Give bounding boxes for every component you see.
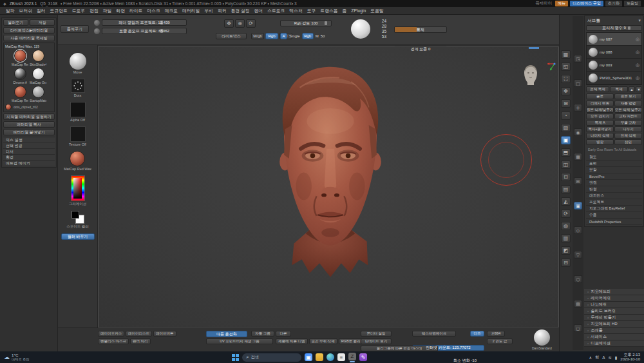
menu-item[interactable]: 브러쉬 — [17, 7, 34, 15]
mode-a-button[interactable]: A — [280, 33, 287, 39]
other-button[interactable]: 다른 — [276, 331, 291, 337]
subtool-sublist-item[interactable]: 점토 — [586, 154, 642, 161]
show-original-button[interactable]: 원본 보기 — [614, 93, 642, 99]
duplicate-all-button[interactable]: 전체 복제 — [586, 86, 609, 92]
layer-button[interactable]: 레이어리스트 — [126, 331, 152, 337]
stroke-selector[interactable]: Dots — [71, 79, 85, 97]
rail-icon[interactable]: ▽ — [574, 251, 582, 259]
material-swatch[interactable]: SkinShade4 — [30, 50, 46, 66]
layer-button[interactable]: 레이어포커스 — [98, 331, 124, 337]
subtool-sublist-item[interactable]: Redshift Properties — [586, 219, 642, 225]
visibility-eye-icon[interactable]: ◎ — [636, 37, 639, 42]
rail-icon[interactable]: ▦ — [574, 153, 582, 161]
subtool-sublist-item[interactable]: 래퍼런스 — [586, 193, 642, 199]
document-canvas[interactable] — [98, 46, 559, 328]
axis-gizmo-icon[interactable] — [544, 60, 557, 73]
visibility-eye-icon[interactable]: ◎ — [636, 63, 639, 68]
stroke-preview-sphere[interactable] — [351, 19, 370, 39]
shelf-icon[interactable]: ✥ — [561, 87, 571, 95]
collapsed-palette-row[interactable]: ◦ 지오메트리 HD — [584, 321, 644, 328]
shelf-icon[interactable]: ◭ — [561, 197, 571, 206]
mask-button[interactable]: 팬더 처리 — [130, 338, 151, 344]
rail-icon[interactable]: ▣ — [574, 202, 582, 210]
subtool-op-button[interactable]: 병합 — [586, 139, 614, 145]
material-selector[interactable]: MatCap Red Wax — [64, 151, 91, 171]
gap-fill-button[interactable]: 틈메꾸기 — [61, 25, 89, 33]
monitor-button[interactable]: 몬디터 설정 — [361, 331, 392, 337]
rotate-icon[interactable]: ⟳ — [246, 19, 256, 28]
paint-mode-button[interactable]: Mrgb — [251, 33, 264, 39]
material-extra-icon[interactable] — [5, 104, 12, 110]
dither-chip[interactable]: 디즈 — [470, 331, 484, 337]
rgb-intensity-slider[interactable]: Rgb 강도100 — [280, 20, 332, 26]
taskbar-app-document[interactable]: ≡ — [337, 353, 345, 361]
material-swatch[interactable]: StartupMaterial — [30, 86, 46, 103]
alpha-selector[interactable]: Alpha Off — [70, 102, 86, 122]
solo-button[interactable]: 솔로 — [586, 93, 614, 99]
titlebar-chip[interactable]: 초기화 — [605, 1, 622, 6]
zoom-icon[interactable]: ⊕ — [235, 19, 245, 28]
active-brush-preview[interactable]: DamStandard — [532, 329, 552, 350]
small-action-button[interactable]: 세중에 처른 디엠 — [276, 338, 308, 344]
menu-item[interactable]: 화면 — [114, 7, 127, 15]
hue-gradient[interactable] — [71, 175, 85, 201]
reference-head-thumbnail[interactable] — [522, 64, 539, 86]
subtool-count-slider[interactable]: 표시자 명수 9 — [586, 25, 642, 31]
material-swatch[interactable]: Chrome A — [12, 68, 28, 84]
menu-item[interactable]: 컬러 — [35, 7, 48, 15]
menu-item[interactable]: 트랜스폼 — [318, 7, 339, 15]
rail-icon[interactable]: ✛ — [574, 104, 582, 112]
taskbar-app-explorer[interactable] — [316, 353, 323, 361]
visibility-eye-icon[interactable]: ◎ — [636, 50, 639, 55]
material-section-row[interactable]: 매트캡 메이커 — [3, 160, 55, 166]
subtool-sublist-item[interactable]: 지오그래픽 BayRelief — [586, 206, 642, 212]
material-section-row[interactable]: 디서 — [3, 148, 55, 154]
subtool-op-button[interactable]: 복사+붙여넣기 — [586, 126, 614, 132]
color-picker[interactable]: 그라데이션 — [69, 175, 87, 206]
subtool-op-button[interactable]: 리메시 변환 — [586, 101, 614, 106]
menu-item[interactable]: 스트로크 — [265, 7, 287, 15]
timeline-indicator[interactable] — [529, 47, 539, 49]
material-section-row[interactable]: 믹스 설정 — [3, 137, 55, 142]
lightbox-material-button[interactable]: 라이트박스▶매터리얼 — [3, 27, 55, 34]
update-view-button[interactable]: 단데이트 보기 — [361, 338, 392, 344]
shelf-icon[interactable]: ▧ — [561, 124, 571, 132]
battery-icon[interactable]: ▮ — [615, 355, 617, 360]
material-section-row[interactable]: 선택 변경 — [3, 142, 55, 148]
subtool-op-button[interactable]: 부울 교차 — [614, 120, 642, 126]
subtool-op-button[interactable]: 전체 삭제 — [614, 133, 642, 139]
collapsed-palette-row[interactable]: ◦ 서페이스 — [584, 334, 644, 340]
start-button[interactable] — [232, 354, 239, 361]
subtool-item[interactable]: my 088 ◎ — [587, 46, 641, 59]
mask-button[interactable]: 벤델리스 마스크 — [98, 338, 129, 344]
menu-item[interactable]: 알파 — [4, 7, 17, 15]
mirror-slider[interactable]: 대등 혼선화 — [206, 331, 247, 337]
paste-material-button[interactable]: 매터리얼 붙여넣기 — [3, 129, 55, 135]
menu-item[interactable]: 마스크 — [145, 7, 162, 15]
copy-material-button[interactable]: 매터리얼 복사 — [3, 121, 55, 128]
taskbar-app-widgets[interactable]: ▣ — [305, 353, 312, 361]
rail-icon[interactable]: ◳ — [574, 55, 582, 63]
titlebar-chip[interactable]: 메뉴 — [555, 1, 568, 6]
shelf-icon[interactable]: ⛶ — [561, 75, 571, 83]
menu-item[interactable]: 환경 설정 — [229, 7, 251, 15]
menu-item[interactable]: 픽커 — [216, 7, 229, 15]
collapsed-palette-row[interactable]: ◦ 나노메쉬 — [584, 302, 644, 308]
menu-item[interactable]: 도큐먼트 — [48, 7, 70, 15]
menu-item[interactable]: 라이트 — [128, 7, 144, 15]
small-action-button[interactable]: 숨긴 부위 삭제 — [309, 338, 337, 344]
collapsed-palette-row[interactable]: ◦ 레이어메쉬 — [584, 295, 644, 302]
subtool-item[interactable]: my 003 ◎ — [587, 59, 641, 72]
rail-icon[interactable]: ◇ — [574, 226, 582, 234]
ime-korean-indicator[interactable]: 한 — [595, 355, 599, 360]
scroll-icon[interactable]: ✥ — [224, 19, 234, 28]
paint-mode-button[interactable]: Rgb — [265, 33, 278, 39]
rail-icon[interactable]: ⊞ — [574, 177, 582, 185]
move-up-button[interactable]: ▲ — [629, 86, 635, 92]
subtool-op-button[interactable]: 자동 명명 — [614, 101, 642, 106]
toolbar-slider[interactable]: 토글 온오프 프로젝트:65062 — [102, 28, 187, 34]
menu-item[interactable]: 무비 — [202, 7, 215, 15]
tray-caret-icon[interactable]: ∧ — [589, 355, 592, 360]
subtool-sublist-item[interactable]: 변형 — [586, 186, 642, 193]
visibility-eye-icon[interactable]: ◎ — [636, 75, 639, 81]
